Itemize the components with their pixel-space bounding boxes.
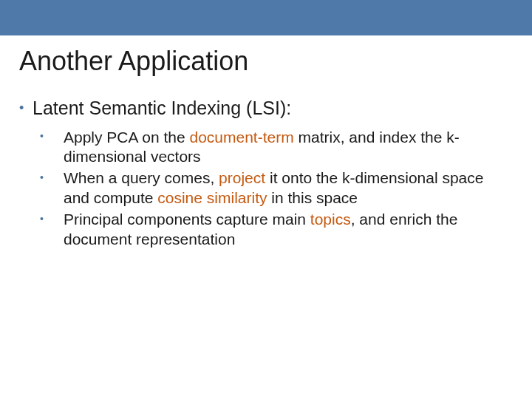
text: in this space	[267, 189, 358, 206]
text: When a query comes,	[64, 169, 219, 186]
sub-bullet-2: •When a query comes, project it onto the…	[52, 168, 513, 208]
bullet-icon: •	[19, 100, 33, 117]
sub-bullet-3: •Principal components capture main topic…	[52, 210, 513, 250]
highlight: cosine similarity	[157, 189, 267, 206]
header-band	[0, 0, 532, 35]
sub-bullet-1: •Apply PCA on the document-term matrix, …	[52, 128, 513, 168]
l1-suffix: (LSI):	[241, 98, 291, 118]
sub-bullet-list: •Apply PCA on the document-term matrix, …	[52, 128, 513, 250]
text: Principal components capture main	[64, 211, 310, 228]
bullet-icon: •	[52, 130, 64, 143]
bullet-icon: •	[52, 171, 64, 185]
slide-content: Another Application •Latent Semantic Ind…	[0, 35, 532, 250]
bullet-l1: •Latent Semantic Indexing (LSI):	[19, 96, 513, 120]
slide-title: Another Application	[19, 46, 513, 77]
highlight: topics	[310, 211, 351, 228]
l1-prefix: Latent Semantic Indexing	[33, 98, 241, 118]
highlight: project	[219, 169, 265, 186]
bullet-icon: •	[52, 213, 64, 226]
text: Apply PCA on the	[64, 129, 189, 146]
highlight: document-term	[189, 129, 293, 146]
